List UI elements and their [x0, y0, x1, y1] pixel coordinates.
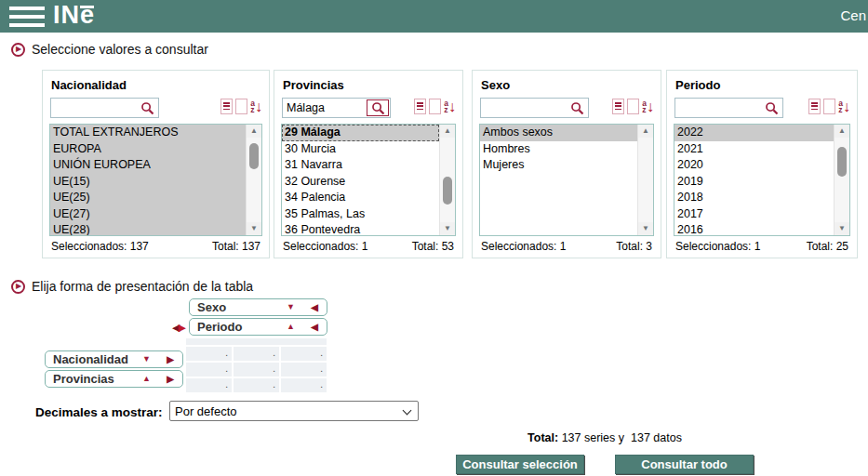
clear-selection-icon[interactable] [429, 99, 441, 114]
pivot-column-field-periodo[interactable]: Periodo ▲ ◀ [189, 318, 327, 336]
move-field-right-icon[interactable]: ▶ [167, 375, 174, 383]
scrollbar-track[interactable] [247, 138, 261, 222]
list-item[interactable]: 29 Málaga [282, 125, 439, 141]
list-tools: az↓ [414, 99, 456, 114]
scroll-down-icon[interactable]: ▼ [638, 222, 653, 235]
move-field-right-icon[interactable]: ▶ [167, 355, 174, 364]
listbox: 29 Málaga30 Murcia31 Navarra32 Ourense34… [281, 124, 456, 236]
selection-stats: Seleccionados: 1Total: 53 [283, 240, 454, 253]
header-right-link[interactable]: Cen [840, 7, 866, 23]
selected-count: Seleccionados: 1 [675, 240, 760, 253]
scroll-up-icon[interactable]: ▲ [638, 125, 653, 138]
preview-cell: . [186, 363, 232, 377]
move-field-left-icon[interactable]: ◀ [311, 303, 318, 311]
sort-ascending-icon[interactable]: ▲ [287, 323, 295, 331]
list-item[interactable]: 2019 [674, 174, 834, 191]
scroll-down-icon[interactable]: ▼ [835, 222, 849, 235]
decimals-select[interactable]: Por defecto [169, 401, 419, 421]
decimals-selected-value: Por defecto [175, 404, 237, 418]
scrollbar[interactable]: ▲▼ [637, 125, 653, 235]
list-item[interactable]: UE(25) [50, 190, 246, 206]
pivot-row-field-nacionalidad[interactable]: Nacionalidad ▼ ▶ [45, 350, 183, 368]
consult-selection-button[interactable]: Consultar selección [456, 455, 584, 474]
hamburger-menu-icon[interactable] [9, 7, 45, 27]
scrollbar[interactable]: ▲▼ [246, 125, 261, 235]
select-all-icon[interactable] [612, 99, 624, 114]
list-item[interactable]: UE(28) [50, 222, 246, 235]
list-item[interactable]: Ambos sexos [480, 125, 637, 141]
sort-ascending-icon[interactable]: ▲ [142, 375, 151, 383]
clear-selection-icon[interactable] [627, 99, 639, 114]
consult-all-button[interactable]: Consultar todo [615, 455, 754, 474]
list-item[interactable]: 2017 [674, 206, 834, 223]
sort-az-icon[interactable]: az↓ [250, 99, 262, 113]
pivot-column-field-sexo[interactable]: Sexo ▼ ◀ [189, 298, 327, 316]
scrollbar-thumb[interactable] [249, 143, 259, 169]
scroll-down-icon[interactable]: ▼ [440, 222, 455, 235]
filter-panel-provincias: Provinciasaz↓29 Málaga30 Murcia31 Navarr… [274, 70, 463, 258]
scrollbar-track[interactable] [835, 138, 849, 222]
list-item[interactable]: TOTAL EXTRANJEROS [50, 125, 246, 141]
listbox: Ambos sexosHombresMujeres▲▼ [479, 124, 654, 236]
clear-selection-icon[interactable] [823, 99, 835, 114]
preview-cell: . [234, 347, 279, 361]
selected-count: Seleccionados: 1 [481, 240, 566, 253]
sort-az-icon[interactable]: az↓ [642, 99, 654, 113]
scrollbar-track[interactable] [638, 138, 653, 222]
select-all-icon[interactable] [414, 99, 426, 114]
preview-cell: . [186, 347, 232, 361]
top-header-bar: INe Cen [0, 0, 868, 33]
list-item[interactable]: EUROPA [50, 141, 246, 158]
list-items: 2022202120202019201820172016 [674, 125, 834, 235]
list-item[interactable]: 32 Ourense [282, 174, 439, 191]
sort-az-icon[interactable]: az↓ [444, 99, 456, 113]
search-icon[interactable] [367, 99, 389, 116]
list-item[interactable]: 2016 [674, 222, 834, 235]
search-icon[interactable] [138, 100, 156, 115]
ine-logo-text: IN [53, 1, 80, 30]
sort-descending-icon[interactable]: ▼ [142, 355, 151, 364]
list-item[interactable]: 30 Murcia [282, 141, 439, 158]
scroll-up-icon[interactable]: ▲ [440, 125, 455, 138]
list-tools: az↓ [220, 99, 262, 114]
list-item[interactable]: 35 Palmas, Las [282, 206, 439, 223]
sort-az-icon[interactable]: az↓ [838, 99, 850, 113]
filter-panel-periodo: Periodoaz↓2022202120202019201820172016▲▼… [666, 70, 858, 258]
total-count: Total: 3 [616, 240, 652, 253]
list-item[interactable]: 31 Navarra [282, 157, 439, 174]
play-icon: ▶ [11, 280, 25, 294]
list-item[interactable]: Hombres [480, 141, 637, 158]
list-item[interactable]: UNIÓN EUROPEA [50, 157, 246, 174]
scroll-up-icon[interactable]: ▲ [835, 125, 849, 138]
list-item[interactable]: UE(27) [50, 206, 246, 223]
list-item[interactable]: 2022 [674, 125, 834, 141]
list-item[interactable]: 2021 [674, 141, 834, 158]
scrollbar-thumb[interactable] [837, 147, 847, 177]
move-field-left-icon[interactable]: ◀ [311, 323, 318, 331]
search-icon[interactable] [568, 100, 586, 115]
scrollbar[interactable]: ▲▼ [439, 125, 455, 235]
swap-axes-icon[interactable]: ◀▶ [172, 322, 184, 334]
select-all-icon[interactable] [808, 99, 821, 114]
play-icon: ▶ [11, 43, 25, 57]
list-item[interactable]: 2020 [674, 157, 834, 174]
ine-logo-e: e [80, 1, 95, 30]
sort-descending-icon[interactable]: ▼ [287, 303, 295, 311]
scroll-up-icon[interactable]: ▲ [247, 125, 261, 138]
scrollbar[interactable]: ▲▼ [834, 125, 849, 235]
list-item[interactable]: 34 Palencia [282, 190, 439, 206]
panel-title: Nacionalidad [51, 78, 127, 92]
list-item[interactable]: 2018 [674, 190, 834, 206]
scrollbar-thumb[interactable] [443, 177, 452, 205]
list-item[interactable]: UE(15) [50, 174, 246, 191]
scrollbar-track[interactable] [440, 138, 455, 222]
select-all-icon[interactable] [220, 99, 233, 114]
pivot-row-field-provincias[interactable]: Provincias ▲ ▶ [45, 370, 183, 388]
list-item[interactable]: 36 Pontevedra [282, 222, 439, 235]
list-items: TOTAL EXTRANJEROSEUROPAUNIÓN EUROPEAUE(1… [50, 125, 246, 235]
search-icon[interactable] [762, 100, 781, 115]
clear-selection-icon[interactable] [235, 99, 247, 114]
ine-logo[interactable]: INe [53, 1, 95, 30]
scroll-down-icon[interactable]: ▼ [247, 222, 261, 235]
list-item[interactable]: Mujeres [480, 157, 637, 174]
